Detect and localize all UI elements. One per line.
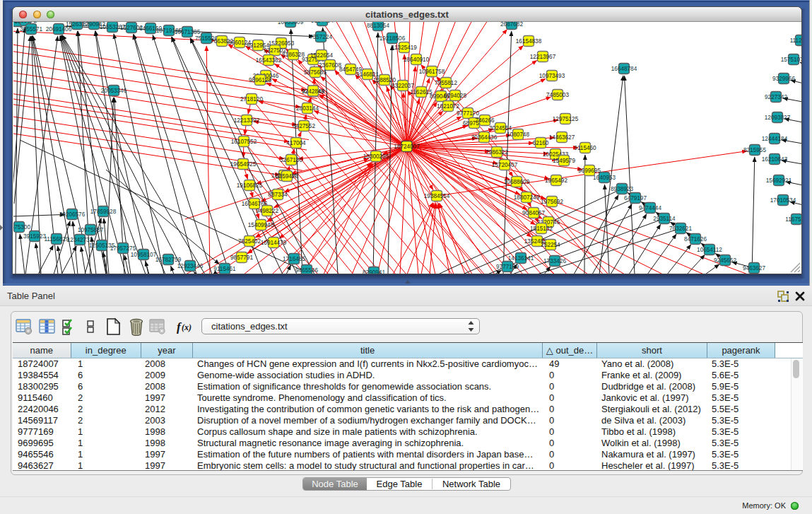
svg-text:252254: 252254 (541, 242, 560, 248)
svg-text:12093827: 12093827 (765, 115, 791, 121)
svg-text:1733426: 1733426 (543, 258, 566, 264)
svg-text:8322037: 8322037 (392, 83, 414, 89)
svg-text:12213967: 12213967 (530, 54, 556, 60)
svg-text:746266: 746266 (475, 117, 495, 124)
svg-text:9777169: 9777169 (496, 264, 519, 270)
svg-text:17957275: 17957275 (110, 245, 136, 252)
svg-text:10654112: 10654112 (697, 247, 722, 253)
svg-text:17010534: 17010534 (770, 197, 796, 204)
svg-text:16648784: 16648784 (611, 66, 637, 72)
svg-text:9194404: 9194404 (311, 22, 334, 24)
svg-text:9084067: 9084067 (522, 210, 545, 216)
svg-text:6794028: 6794028 (444, 93, 466, 99)
svg-text:19218506: 19218506 (379, 35, 406, 42)
svg-text:18300295: 18300295 (363, 153, 389, 160)
svg-text:9227342: 9227342 (765, 94, 787, 100)
svg-text:11325419: 11325419 (392, 45, 417, 51)
svg-text:15409948: 15409948 (248, 222, 274, 228)
svg-text:62160: 62160 (533, 140, 549, 146)
svg-text:18724007: 18724007 (394, 144, 420, 150)
svg-text:9896128: 9896128 (249, 77, 271, 83)
svg-text:20053346: 20053346 (101, 88, 127, 94)
svg-text:16107552: 16107552 (231, 139, 257, 145)
svg-text:3024554: 3024554 (489, 125, 512, 132)
svg-text:10958107: 10958107 (131, 252, 157, 258)
svg-text:1621072: 1621072 (437, 103, 459, 110)
svg-text:16671385: 16671385 (175, 29, 201, 35)
svg-text:19654925: 19654925 (230, 161, 257, 168)
svg-text:9474444: 9474444 (639, 205, 661, 211)
svg-text:2718120: 2718120 (240, 96, 263, 103)
svg-text:11156829: 11156829 (44, 236, 69, 243)
svg-text:8938923: 8938923 (611, 186, 633, 192)
svg-text:9329966: 9329966 (772, 76, 795, 82)
svg-text:1080748: 1080748 (507, 132, 529, 138)
svg-text:9463627: 9463627 (743, 265, 765, 271)
svg-text:20364436: 20364436 (471, 134, 498, 141)
svg-text:15751074: 15751074 (781, 57, 801, 63)
svg-text:9242849: 9242849 (302, 88, 324, 95)
svg-text:16782759: 16782759 (155, 257, 182, 263)
svg-text:8290941: 8290941 (363, 269, 385, 274)
svg-text:16053809: 16053809 (278, 22, 304, 25)
svg-text:5875685: 5875685 (304, 69, 326, 76)
svg-text:8215955: 8215955 (743, 147, 766, 153)
svg-text:3267130: 3267130 (280, 157, 302, 163)
svg-text:3055571: 3055571 (20, 26, 42, 33)
svg-text:12975125: 12975125 (553, 116, 579, 122)
svg-text:12923446: 12923446 (177, 263, 204, 269)
svg-text:7632621: 7632621 (669, 226, 692, 232)
svg-text:16154838: 16154838 (516, 38, 542, 45)
svg-text:15720407: 15720407 (492, 162, 518, 168)
svg-text:9777170: 9777170 (457, 110, 479, 117)
svg-text:417004: 417004 (286, 140, 306, 146)
svg-text:10961758: 10961758 (419, 69, 445, 75)
svg-text:9245652: 9245652 (714, 257, 736, 264)
svg-text:8471626: 8471626 (684, 236, 707, 243)
svg-text:12213392: 12213392 (234, 117, 260, 124)
svg-text:10975887: 10975887 (78, 227, 104, 233)
svg-text:14136141: 14136141 (508, 255, 534, 262)
svg-text:8813054: 8813054 (367, 23, 389, 29)
svg-text:16543382: 16543382 (256, 57, 282, 64)
svg-text:8427552: 8427552 (293, 123, 315, 129)
svg-text:2367608: 2367608 (319, 62, 341, 69)
svg-text:19106825: 19106825 (237, 182, 263, 189)
svg-text:3915923: 3915923 (23, 233, 46, 240)
svg-text:1815132: 1815132 (530, 226, 553, 232)
svg-text:1965492: 1965492 (545, 177, 567, 184)
svg-text:887334: 887334 (268, 192, 288, 198)
svg-text:7986322: 7986322 (486, 149, 508, 156)
svg-text:(x): (x) (182, 322, 192, 332)
svg-text:7357224: 7357224 (310, 34, 332, 40)
svg-text:10973493: 10973493 (539, 73, 565, 79)
svg-text:7625402: 7625402 (238, 238, 261, 245)
svg-text:20206576: 20206576 (59, 211, 86, 218)
svg-text:1522654: 1522654 (310, 52, 333, 59)
svg-text:9115461: 9115461 (213, 266, 236, 272)
svg-text:7485003: 7485003 (546, 92, 569, 98)
svg-text:9699695: 9699695 (578, 168, 601, 174)
svg-text:1549579: 1549579 (553, 158, 575, 164)
svg-text:9857791: 9857791 (230, 255, 253, 261)
svg-text:1716485: 1716485 (283, 256, 305, 262)
svg-text:2935114: 2935114 (653, 216, 676, 222)
svg-text:14463627: 14463627 (549, 134, 575, 141)
svg-text:18807249: 18807249 (514, 194, 540, 201)
svg-text:9498222: 9498222 (256, 208, 278, 214)
svg-text:15692921: 15692921 (766, 177, 792, 184)
svg-text:1975692: 1975692 (541, 199, 563, 205)
svg-text:1675300: 1675300 (13, 224, 30, 230)
svg-text:6479197: 6479197 (624, 195, 647, 201)
svg-text:10688609: 10688609 (504, 179, 530, 185)
svg-text:16914479: 16914479 (261, 240, 287, 246)
svg-text:16210643: 16210643 (762, 156, 788, 163)
svg-text:1167530: 1167530 (785, 216, 801, 223)
svg-text:5359423: 5359423 (276, 173, 298, 180)
svg-text:2687682: 2687682 (500, 22, 523, 28)
svg-text:9465546: 9465546 (295, 267, 318, 274)
svg-text:12444184: 12444184 (762, 136, 788, 142)
svg-text:18640910: 18640910 (404, 57, 430, 63)
svg-text:2803144: 2803144 (296, 105, 319, 112)
svg-text:7955812: 7955812 (435, 80, 457, 86)
